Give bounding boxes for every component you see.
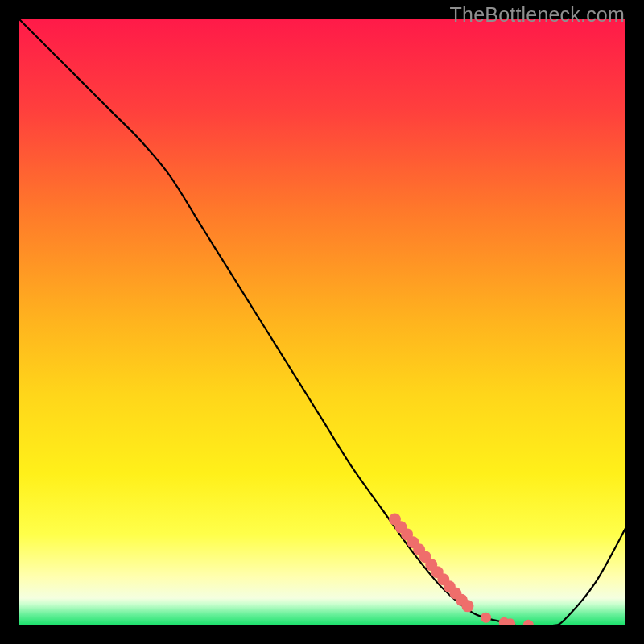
- watermark-text: TheBottleneck.com: [450, 3, 625, 27]
- highlight-marker: [481, 613, 491, 623]
- bottleneck-chart: [19, 19, 625, 625]
- chart-frame: [19, 19, 625, 625]
- highlight-marker: [461, 600, 473, 612]
